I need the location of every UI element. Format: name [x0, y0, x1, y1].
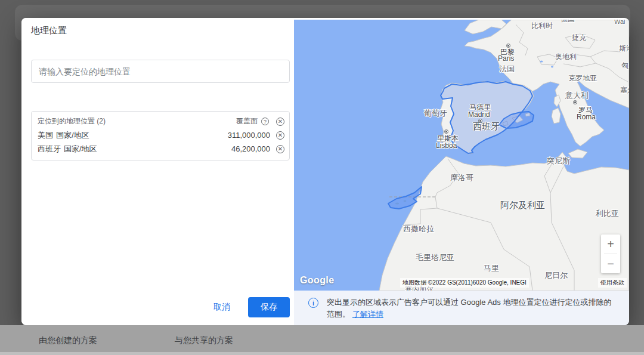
tab-plans-created-by-you[interactable]: 由您创建的方案 [0, 325, 136, 352]
table-row-spain: 西班牙 国家/地区 46,200,000 ✕ [38, 142, 284, 156]
location-type: 国家/地区 [64, 144, 97, 155]
dialog-title: 地理位置 [31, 25, 67, 36]
map-info-bar: i 突出显示的区域表示广告客户可以通过 Google Ads 地理位置定位进行定… [294, 291, 629, 325]
location-name: 美国 [38, 130, 53, 141]
zoom-out-button[interactable]: − [601, 254, 620, 273]
targeted-locations-count-label: 定位到的地理位置 (2) [38, 116, 106, 126]
map-zoom-control: + − [601, 234, 620, 273]
tab-plans-shared-with-you[interactable]: 与您共享的方案 [136, 325, 272, 352]
remove-all-locations-icon[interactable]: ✕ [276, 118, 284, 126]
geo-location-dialog: 地理位置 定位到的地理位置 (2) 覆盖面 ? ✕ 美国 国家/地区 311,0… [21, 18, 629, 325]
learn-more-link[interactable]: 了解详情 [352, 310, 383, 319]
table-row-usa: 美国 国家/地区 311,000,000 ✕ [38, 128, 284, 142]
targeted-locations-list: 定位到的地理位置 (2) 覆盖面 ? ✕ 美国 国家/地区 311,000,00… [31, 111, 290, 160]
location-reach: 46,200,000 [231, 144, 270, 153]
reach-help-icon[interactable]: ? [261, 118, 269, 125]
remove-location-icon[interactable]: ✕ [276, 145, 284, 153]
map-svg [294, 20, 629, 291]
location-reach: 311,000,000 [228, 131, 270, 140]
map-land-sardinia [552, 108, 561, 124]
map-canvas[interactable]: 比利时德国Wal捷克斯洛伐克奥地利匈牙利克罗地亚塞尔维亚法国意大利葡萄牙西班牙摩… [294, 20, 629, 291]
info-bar-text: 突出显示的区域表示广告客户可以通过 Google Ads 地理位置定位进行定位或… [327, 297, 613, 325]
dialog-actions: 取消 保存 [204, 297, 290, 317]
dialog-left-panel: 地理位置 定位到的地理位置 (2) 覆盖面 ? ✕ 美国 国家/地区 311,0… [21, 18, 294, 325]
info-icon: i [308, 298, 318, 308]
targeted-locations-header-row: 定位到的地理位置 (2) 覆盖面 ? ✕ [38, 115, 284, 128]
location-name: 西班牙 [38, 144, 61, 155]
map-terms-link[interactable]: 使用条款 [598, 278, 627, 288]
reach-column-header: 覆盖面 [236, 116, 258, 126]
divider [0, 352, 644, 355]
map-attribution: 地图数据 ©2022 GS(2011)6020 Google, INEGI [400, 278, 529, 288]
location-type: 国家/地区 [56, 130, 89, 141]
cancel-button[interactable]: 取消 [204, 297, 240, 317]
save-button[interactable]: 保存 [248, 297, 290, 317]
remove-location-icon[interactable]: ✕ [276, 131, 284, 140]
location-search-input[interactable] [31, 60, 290, 83]
zoom-in-button[interactable]: + [601, 234, 620, 254]
background-tab-bar: 由您创建的方案 与您共享的方案 [0, 325, 644, 355]
screen: 地理位置 定位到的地理位置 (2) 覆盖面 ? ✕ 美国 国家/地区 311,0… [0, 0, 644, 355]
